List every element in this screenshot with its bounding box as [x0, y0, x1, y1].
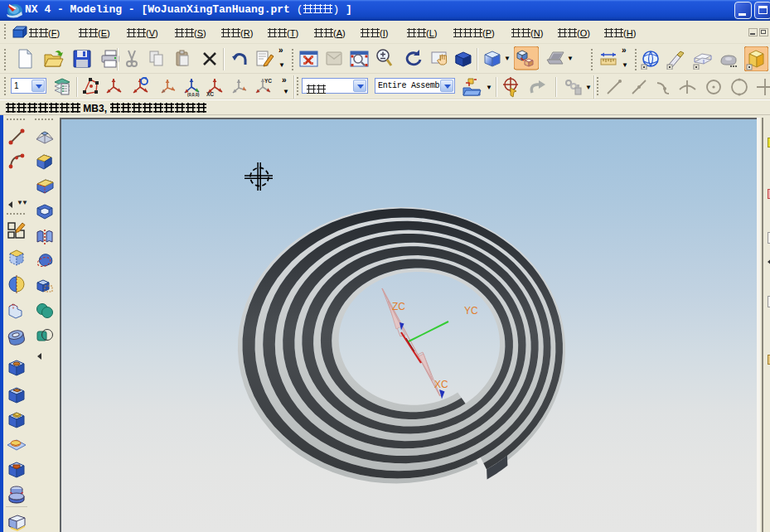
- svg-text:ZC: ZC: [392, 301, 405, 312]
- svg-text:YC: YC: [464, 305, 478, 317]
- svg-text:XC: XC: [434, 379, 448, 390]
- svg-text:XC: XC: [206, 91, 214, 97]
- svg-text:(0,0,0): (0,0,0): [187, 92, 200, 97]
- svg-text:YC: YC: [264, 78, 272, 84]
